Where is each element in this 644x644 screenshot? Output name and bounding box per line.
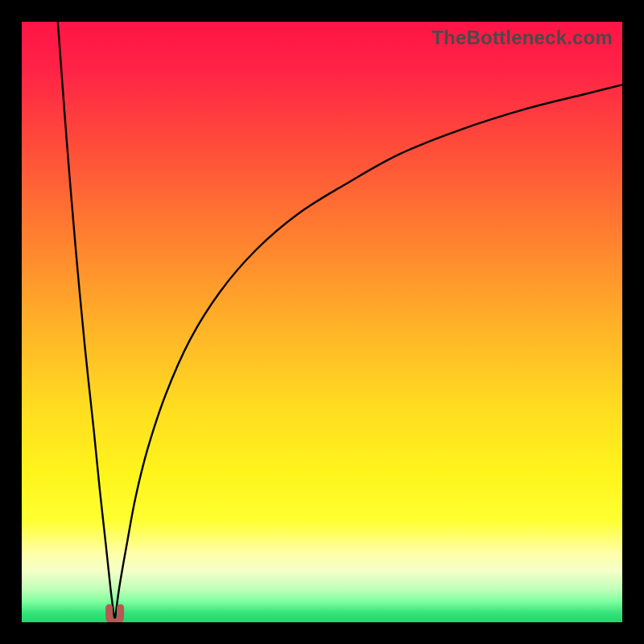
- background-gradient: [22, 22, 622, 622]
- chart-frame: TheBottleneck.com: [0, 0, 644, 644]
- watermark-label: TheBottleneck.com: [431, 27, 613, 49]
- svg-rect-0: [22, 22, 622, 622]
- plot-area: TheBottleneck.com: [22, 22, 622, 622]
